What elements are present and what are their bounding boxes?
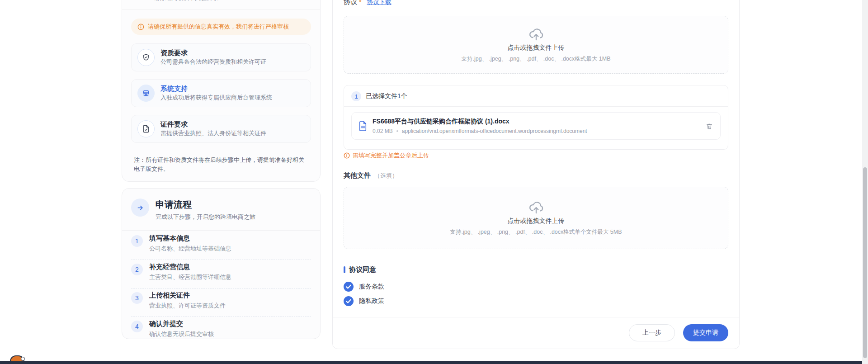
divider <box>122 230 320 231</box>
check-circle-icon <box>344 296 354 306</box>
divider <box>131 288 311 288</box>
entry-requirements-card: 请仔细阅读以下入驻要求 请确保所有提供的信息真实有效，我们将进行严格审核 资质要… <box>122 0 321 182</box>
step-title: 确认并提交 <box>149 320 214 328</box>
intro-note-partial: 请仔细阅读以下入驻要求 <box>154 0 218 2</box>
step-title: 补充经营信息 <box>149 263 231 271</box>
shield-check-icon <box>137 49 155 66</box>
process-step-4: 4 确认并提交 确认信息无误后提交审核 <box>131 320 311 338</box>
delete-file-button[interactable] <box>706 123 713 130</box>
process-header: 申请流程 完成以下步骤，开启您的跨境电商之旅 <box>131 199 255 221</box>
agreement-label: 协议 <box>344 0 357 6</box>
stamp-note-text: 需填写完整并加盖公章后上传 <box>353 151 429 160</box>
cloud-upload-icon <box>528 27 544 41</box>
requirement-desc: 需提供营业执照、法人身份证等相关证件 <box>160 129 266 137</box>
upload-hint-text: 支持.jpg、 .jpeg、 .png、 .pdf、 .doc、 .docx格式… <box>462 55 611 63</box>
previous-step-button[interactable]: 上一步 <box>629 324 675 341</box>
agreement-upload-dropzone[interactable]: 点击或拖拽文件上传 支持.jpg、 .jpeg、 .png、 .pdf、 .do… <box>344 16 728 74</box>
requirement-system-support: 系统支持 入驻成功后将获得专属供应商后台管理系统 <box>131 79 311 107</box>
other-files-upload-dropzone[interactable]: 点击或拖拽文件上传 支持.jpg、 .jpeg、 .png、 .pdf、 .do… <box>344 187 728 249</box>
step-desc: 主营类目、经营范围等详细信息 <box>149 273 231 281</box>
process-step-2: 2 补充经营信息 主营类目、经营范围等详细信息 <box>131 263 311 281</box>
document-check-icon <box>137 120 155 137</box>
file-name: FS6688平台与供应链采购合作框架协议 (1).docx <box>373 118 587 126</box>
info-icon <box>344 152 350 159</box>
requirement-title: 证件要求 <box>160 120 266 129</box>
arrow-right-icon <box>131 199 149 217</box>
submit-application-button[interactable]: 提交申请 <box>683 324 728 341</box>
step-number-badge: 4 <box>131 321 143 332</box>
info-icon <box>137 24 144 30</box>
requirement-desc: 公司需具备合法的经营资质和相关许可证 <box>160 58 266 66</box>
application-process-card: 申请流程 完成以下步骤，开启您的跨境电商之旅 1 填写基本信息 公司名称、经营地… <box>122 188 321 339</box>
section-accent-bar <box>344 266 345 273</box>
step-desc: 公司名称、经营地址等基础信息 <box>149 245 231 253</box>
required-mark: * <box>359 0 361 5</box>
process-step-1: 1 填写基本信息 公司名称、经营地址等基础信息 <box>131 234 311 253</box>
file-mime-type: application/vnd.openxmlformats-officedoc… <box>402 128 587 134</box>
file-row: FS6688平台与供应链采购合作框架协议 (1).docx 0.02 MB ap… <box>351 112 721 140</box>
optional-tag: （选填） <box>374 172 398 180</box>
consent-section-title: 协议同意 <box>349 265 376 274</box>
upload-cta-text: 点击或拖拽文件上传 <box>508 217 565 225</box>
footer-bar <box>0 361 868 364</box>
selected-files-group: 1 已选择文件1个 FS6688平台与供应链采购合作框架协议 (1).docx … <box>344 85 728 150</box>
divider <box>333 317 739 317</box>
stamp-requirement-note: 需填写完整并加盖公章后上传 <box>344 151 429 160</box>
divider <box>131 317 311 317</box>
trash-icon <box>706 123 713 130</box>
consent-privacy-policy[interactable]: 隐私政策 <box>344 296 384 306</box>
step-title: 填写基本信息 <box>149 234 231 243</box>
agreement-download-link[interactable]: 协议下载 <box>367 0 391 6</box>
file-doc-icon <box>359 121 367 131</box>
step-title: 上传相关证件 <box>149 291 226 300</box>
selected-files-label: 已选择文件1个 <box>366 92 407 100</box>
step-number-badge: 2 <box>131 264 143 275</box>
consent-item-label: 服务条款 <box>359 283 384 291</box>
upload-hint-text: 支持.jpg、 .jpeg、 .png、 .pdf、 .doc、 .docx格式… <box>450 228 622 236</box>
preparation-note: 注：所有证件和资质文件将在后续步骤中上传，请提前准备好相关电子版文件。 <box>134 156 309 174</box>
requirement-title: 系统支持 <box>160 85 272 93</box>
dot-separator <box>396 130 398 132</box>
step-desc: 营业执照、许可证等资质文件 <box>149 302 226 310</box>
file-size: 0.02 MB <box>373 128 393 134</box>
other-files-label-row: 其他文件 （选填） <box>344 171 398 180</box>
warning-text: 请确保所有提供的信息真实有效，我们将进行严格审核 <box>148 23 289 31</box>
process-title: 申请流程 <box>156 199 255 211</box>
selected-count-badge: 1 <box>351 91 361 101</box>
upload-cta-text: 点击或拖拽文件上传 <box>508 44 565 52</box>
step-number-badge: 3 <box>131 292 143 304</box>
upload-form-panel: 协议 * 协议下载 点击或拖拽文件上传 支持.jpg、 .jpeg、 .png、… <box>332 0 740 349</box>
consent-section-header: 协议同意 <box>344 265 376 274</box>
store-icon <box>137 85 155 102</box>
divider <box>131 260 311 260</box>
divider <box>344 106 728 107</box>
requirement-qualification: 资质要求 公司需具备合法的经营资质和相关许可证 <box>131 43 311 71</box>
requirement-certificates: 证件要求 需提供营业执照、法人身份证等相关证件 <box>131 115 311 143</box>
divider <box>122 9 320 10</box>
cloud-upload-icon <box>528 200 544 214</box>
file-meta: 0.02 MB application/vnd.openxmlformats-o… <box>373 128 587 134</box>
other-files-label: 其他文件 <box>344 171 371 180</box>
check-circle-icon <box>344 282 354 292</box>
step-number-badge: 1 <box>131 235 143 247</box>
step-desc: 确认信息无误后提交审核 <box>149 330 214 338</box>
process-subtitle: 完成以下步骤，开启您的跨境电商之旅 <box>156 213 255 221</box>
process-step-3: 3 上传相关证件 营业执照、许可证等资质文件 <box>131 291 311 310</box>
consent-terms-of-service[interactable]: 服务条款 <box>344 282 384 292</box>
form-actions: 上一步 提交申请 <box>629 324 728 341</box>
scrollbar-thumb[interactable] <box>863 167 867 358</box>
authenticity-warning-banner: 请确保所有提供的信息真实有效，我们将进行严格审核 <box>131 19 311 35</box>
consent-item-label: 隐私政策 <box>359 297 384 305</box>
mascot-eye <box>21 357 25 361</box>
agreement-field-label-row: 协议 * 协议下载 <box>344 0 391 6</box>
selected-files-header: 1 已选择文件1个 <box>344 85 728 106</box>
requirement-desc: 入驻成功后将获得专属供应商后台管理系统 <box>160 94 272 102</box>
requirement-title: 资质要求 <box>160 49 266 57</box>
